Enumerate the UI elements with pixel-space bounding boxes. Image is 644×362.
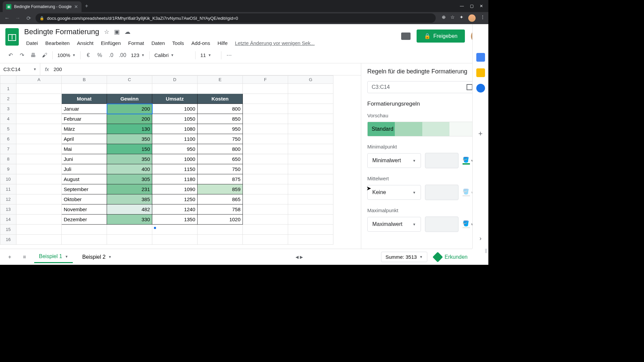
cell-F2[interactable] xyxy=(243,94,288,104)
menu-edit[interactable]: Bearbeiten xyxy=(42,39,73,47)
cell-A16[interactable] xyxy=(16,235,62,245)
cell-C1[interactable] xyxy=(107,84,152,94)
cell-D2[interactable]: Umsatz xyxy=(152,94,198,104)
paint-format-button[interactable]: 🖌 xyxy=(40,50,50,60)
cell-B3[interactable]: Januar xyxy=(62,104,107,114)
formula-bar[interactable]: 200 xyxy=(54,66,62,72)
cell-C8[interactable]: 350 xyxy=(107,154,152,164)
maxpoint-type-select[interactable]: Maximalwert▼ xyxy=(367,217,421,232)
cell-B2[interactable]: Monat xyxy=(62,94,107,104)
document-title[interactable]: Bedingte Formatierung xyxy=(23,27,101,37)
cell-F13[interactable] xyxy=(243,204,288,215)
cell-F1[interactable] xyxy=(243,84,288,94)
bookmark-icon[interactable]: ☆ xyxy=(450,14,455,22)
cloud-status-icon[interactable]: ☁ xyxy=(124,28,130,36)
browser-menu-icon[interactable]: ⋮ xyxy=(480,14,485,22)
close-tab-icon[interactable]: ✕ xyxy=(74,4,78,9)
more-toolbar-button[interactable]: ⋯ xyxy=(224,50,234,60)
cell-E10[interactable]: 875 xyxy=(198,174,243,184)
cell-E11[interactable]: 859 xyxy=(198,184,243,194)
cell-C16[interactable] xyxy=(107,235,152,245)
menu-insert[interactable]: Einfügen xyxy=(98,39,124,47)
midpoint-type-select[interactable]: Keine▼ xyxy=(367,185,421,200)
cell-D15[interactable] xyxy=(152,225,198,235)
cell-B10[interactable]: August xyxy=(62,174,107,184)
cell-A3[interactable] xyxy=(16,104,62,114)
cell-C13[interactable]: 482 xyxy=(107,204,152,215)
name-box[interactable]: C3:C14▼ xyxy=(0,63,40,75)
cell-G8[interactable] xyxy=(288,154,333,164)
print-button[interactable]: 🖶 xyxy=(28,50,38,60)
cell-G7[interactable] xyxy=(288,144,333,154)
cell-D11[interactable]: 1090 xyxy=(152,184,198,194)
scroll-left-icon[interactable]: ◀ xyxy=(296,255,299,259)
cell-A10[interactable] xyxy=(16,174,62,184)
cell-A5[interactable] xyxy=(16,124,62,134)
cell-F15[interactable] xyxy=(243,225,288,235)
sheet-tab-1[interactable]: Beispiel 1▼ xyxy=(34,251,73,263)
cell-C14[interactable]: 330 xyxy=(107,215,152,225)
menu-data[interactable]: Daten xyxy=(148,39,168,47)
cell-B11[interactable]: September xyxy=(62,184,107,194)
cell-B1[interactable] xyxy=(62,84,107,94)
tasks-rail-icon[interactable] xyxy=(476,84,485,93)
cell-C4[interactable]: 200 xyxy=(107,114,152,124)
gradient-preview[interactable]: Standard xyxy=(367,122,477,136)
cell-F4[interactable] xyxy=(243,114,288,124)
cell-B15[interactable] xyxy=(62,225,107,235)
cell-A9[interactable] xyxy=(16,164,62,174)
zoom-icon[interactable]: ⊕ xyxy=(442,14,446,22)
zoom-select[interactable]: 100%▼ xyxy=(55,52,77,58)
number-format-select[interactable]: 123▼ xyxy=(129,52,147,58)
cell-D8[interactable]: 1000 xyxy=(152,154,198,164)
comments-icon[interactable] xyxy=(401,33,411,40)
cell-G6[interactable] xyxy=(288,134,333,144)
cell-F6[interactable] xyxy=(243,134,288,144)
menu-file[interactable]: Datei xyxy=(23,39,41,47)
redo-button[interactable]: ↷ xyxy=(17,50,27,60)
cell-F3[interactable] xyxy=(243,104,288,114)
cell-D1[interactable] xyxy=(152,84,198,94)
minpoint-type-select[interactable]: Minimalwert▼ xyxy=(367,153,421,168)
share-button[interactable]: 🔒 Freigeben xyxy=(417,29,465,43)
cell-B16[interactable] xyxy=(62,235,107,245)
cell-G2[interactable] xyxy=(288,94,333,104)
cell-C10[interactable]: 305 xyxy=(107,174,152,184)
cell-A4[interactable] xyxy=(16,114,62,124)
cell-A13[interactable] xyxy=(16,204,62,215)
menu-view[interactable]: Ansicht xyxy=(74,39,97,47)
cell-E4[interactable]: 850 xyxy=(198,114,243,124)
cell-F12[interactable] xyxy=(243,194,288,204)
cell-C11[interactable]: 231 xyxy=(107,184,152,194)
percent-button[interactable]: % xyxy=(95,50,105,60)
cell-F7[interactable] xyxy=(243,144,288,154)
menu-format[interactable]: Format xyxy=(125,39,148,47)
cell-B6[interactable]: April xyxy=(62,134,107,144)
midpoint-value-input[interactable] xyxy=(425,185,459,200)
cell-E7[interactable]: 800 xyxy=(198,144,243,154)
maximize-icon[interactable]: ▢ xyxy=(470,4,474,8)
explore-button[interactable]: Erkunden xyxy=(434,253,468,261)
cell-E8[interactable]: 650 xyxy=(198,154,243,164)
spreadsheet-grid[interactable]: ABCDEFG12MonatGewinnUmsatzKosten3Januar2… xyxy=(0,75,361,253)
cell-B14[interactable]: Dezember xyxy=(62,215,107,225)
cell-F16[interactable] xyxy=(243,235,288,245)
cell-E6[interactable]: 750 xyxy=(198,134,243,144)
calendar-rail-icon[interactable] xyxy=(476,53,485,62)
cell-E12[interactable]: 865 xyxy=(198,194,243,204)
cell-E15[interactable] xyxy=(198,225,243,235)
cell-E1[interactable] xyxy=(198,84,243,94)
cell-A6[interactable] xyxy=(16,134,62,144)
cell-C7[interactable]: 150 xyxy=(107,144,152,154)
cell-D6[interactable]: 1100 xyxy=(152,134,198,144)
cell-F11[interactable] xyxy=(243,184,288,194)
maxpoint-value-input[interactable] xyxy=(425,217,459,232)
cell-A12[interactable] xyxy=(16,194,62,204)
cell-E16[interactable] xyxy=(198,235,243,245)
close-window-icon[interactable]: ✕ xyxy=(480,4,483,8)
cell-D9[interactable]: 1150 xyxy=(152,164,198,174)
cell-F10[interactable] xyxy=(243,174,288,184)
new-tab-button[interactable]: + xyxy=(85,3,88,9)
cell-D13[interactable]: 1240 xyxy=(152,204,198,215)
last-edit-link[interactable]: Letzte Änderung vor wenigen Sek... xyxy=(231,39,318,47)
